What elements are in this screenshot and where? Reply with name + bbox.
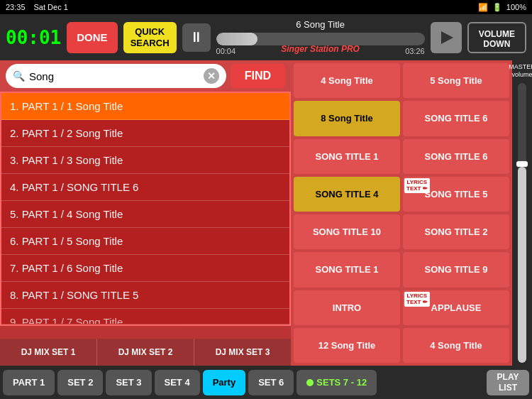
song-button[interactable]: SONG TITLE 6 [403, 139, 509, 174]
song-button-label: 4 Song Title [430, 340, 482, 351]
search-result-item[interactable]: 7. PART 1 / 6 Song Title [1, 255, 289, 282]
song-button[interactable]: 4 Song Title [403, 328, 509, 363]
wifi-icon: 📶 [478, 3, 488, 12]
search-result-item[interactable]: 2. PART 1 / 2 Song Title [1, 120, 289, 147]
battery-level: 100% [506, 3, 526, 11]
song-button-label: 8 Song Title [321, 113, 372, 124]
song-button-label: 5 Song Title [430, 75, 482, 86]
volume-slider-handle[interactable] [516, 161, 528, 167]
song-button-label: SONG TITLE 6 [425, 151, 488, 162]
search-input[interactable] [29, 70, 199, 82]
current-song-title: 6 Song Title [296, 19, 345, 30]
battery-icon: 🔋 [492, 3, 502, 12]
song-button-label: SONG TITLE 2 [425, 226, 488, 237]
left-panel: 🔍 ✕ FIND 1. PART 1 / 1 Song Title2. PART… [0, 60, 291, 366]
song-row: INTROLYRICSTEXT ✏APPLAUSE [294, 290, 509, 325]
search-result-item[interactable]: 8. PART 1 / SONG TITLE 5 [1, 282, 289, 309]
song-grid: 4 Song Title5 Song Title8 Song TitleSONG… [291, 60, 512, 366]
time-elapsed: 00:04 [216, 47, 236, 55]
logo: Singer Station PRO [281, 44, 360, 54]
pause-button[interactable]: ⏸ [182, 23, 211, 52]
search-result-item[interactable]: 3. PART 1 / 3 Song Title [1, 147, 289, 174]
done-button[interactable]: DONE [67, 22, 117, 53]
song-row: 8 Song TitleSONG TITLE 6 [294, 101, 509, 136]
dj-mix-tab[interactable]: DJ MIX SET 1 [0, 339, 97, 366]
nav-button[interactable]: SET 2 [57, 370, 103, 395]
volume-panel: MASTERvolume [512, 60, 532, 366]
progress-area: 6 Song Title 00:04 03:26 Singer Station … [216, 19, 425, 55]
song-row: 4 Song Title5 Song Title [294, 63, 509, 98]
song-button[interactable]: 12 Song Title [294, 328, 400, 363]
search-icon: 🔍 [13, 70, 25, 82]
dj-mix-tab[interactable]: DJ MIX SET 2 [97, 339, 194, 366]
search-results-dropdown: 1. PART 1 / 1 Song Title2. PART 1 / 2 So… [0, 92, 291, 326]
timer-display: 00:01 [6, 27, 61, 48]
nav-button[interactable]: SET 3 [106, 370, 151, 395]
song-button[interactable]: SONG TITLE 10 [294, 214, 400, 249]
song-button-label: INTRO [333, 302, 361, 313]
toolbar: 00:01 DONE QUICKSEARCH ⏸ 6 Song Title 00… [0, 14, 532, 60]
search-result-item[interactable]: 4. PART 1 / SONG TITLE 6 [1, 174, 289, 201]
quick-search-button[interactable]: QUICKSEARCH [123, 22, 177, 53]
song-button[interactable]: 8 Song Title [294, 101, 400, 136]
song-button-label: APPLAUSE [431, 302, 482, 313]
play-icon [438, 29, 455, 46]
nav-sets-712-button[interactable]: SETS 7 - 12 [297, 370, 377, 395]
song-button[interactable]: SONG TITLE 4 [294, 177, 400, 212]
svg-marker-0 [441, 31, 453, 44]
song-button-label: SONG TITLE 6 [425, 113, 488, 124]
song-button[interactable]: SONG TITLE 1 [294, 139, 400, 174]
volume-slider-fill [518, 167, 526, 363]
song-button[interactable]: INTRO [294, 290, 400, 325]
song-row: SONG TITLE 4LYRICSTEXT ✏SONG TITLE 5 [294, 177, 509, 212]
volume-down-button[interactable]: VOLUMEDOWN [467, 22, 526, 53]
search-result-item[interactable]: 6. PART 1 / 5 Song Title [1, 228, 289, 255]
song-button[interactable]: 4 Song Title [294, 63, 400, 98]
dj-tabs: DJ MIX SET 1DJ MIX SET 2DJ MIX SET 3 [0, 339, 291, 366]
song-row: SONG TITLE 10SONG TITLE 2 [294, 214, 509, 249]
song-row: SONG TITLE 1SONG TITLE 9 [294, 252, 509, 287]
song-row: 12 Song Title4 Song Title [294, 328, 509, 363]
search-result-item[interactable]: 9. PART 1 / 7 Song Title [1, 309, 289, 324]
search-input-wrapper: 🔍 ✕ [6, 64, 226, 88]
play-button[interactable] [431, 22, 462, 53]
song-button-label: SONG TITLE 4 [316, 189, 379, 200]
song-button[interactable]: SONG TITLE 2 [403, 214, 509, 249]
status-time: 23:35 [6, 3, 26, 11]
find-button[interactable]: FIND [231, 64, 285, 88]
time-remaining: 03:26 [405, 47, 425, 55]
song-button-label: 12 Song Title [318, 340, 376, 351]
nav-button[interactable]: PART 1 [3, 370, 55, 395]
search-bar: 🔍 ✕ FIND [0, 60, 291, 92]
song-button[interactable]: LYRICSTEXT ✏SONG TITLE 5 [403, 177, 509, 212]
bottom-nav: PART 1SET 2SET 3SET 4PartySET 6SETS 7 - … [0, 366, 532, 399]
green-dot-icon [306, 379, 314, 386]
status-bar: 23:35 Sat Dec 1 📶 🔋 100% [0, 0, 532, 14]
lyrics-badge: LYRICSTEXT ✏ [404, 178, 430, 193]
song-button[interactable]: LYRICSTEXT ✏APPLAUSE [403, 290, 509, 325]
song-button-label: SONG TITLE 10 [313, 226, 381, 237]
song-button[interactable]: SONG TITLE 6 [403, 101, 509, 136]
clear-button[interactable]: ✕ [204, 68, 219, 84]
volume-label: MASTERvolume [509, 63, 532, 79]
volume-slider-track[interactable] [518, 83, 526, 363]
song-button-label: 4 Song Title [321, 75, 372, 86]
song-button[interactable]: SONG TITLE 1 [294, 252, 400, 287]
nav-button[interactable]: Party [203, 370, 246, 395]
main-content: 🔍 ✕ FIND 1. PART 1 / 1 Song Title2. PART… [0, 60, 532, 366]
song-button[interactable]: 5 Song Title [403, 63, 509, 98]
song-button[interactable]: SONG TITLE 9 [403, 252, 509, 287]
nav-button[interactable]: SET 4 [155, 370, 200, 395]
search-result-item[interactable]: 1. PART 1 / 1 Song Title [1, 93, 289, 120]
song-button-label: SONG TITLE 1 [316, 264, 379, 275]
search-result-item[interactable]: 5. PART 1 / 4 Song Title [1, 201, 289, 228]
song-button-label: SONG TITLE 5 [425, 189, 488, 200]
playlist-button[interactable]: PLAYLIST [487, 370, 529, 395]
sets-712-label: SETS 7 - 12 [316, 377, 367, 388]
nav-button[interactable]: SET 6 [248, 370, 294, 395]
dj-mix-tab[interactable]: DJ MIX SET 3 [194, 339, 291, 366]
pause-icon: ⏸ [189, 29, 204, 45]
lyrics-badge: LYRICSTEXT ✏ [404, 292, 430, 307]
progress-fill [216, 33, 258, 45]
song-row: SONG TITLE 1SONG TITLE 6 [294, 139, 509, 174]
